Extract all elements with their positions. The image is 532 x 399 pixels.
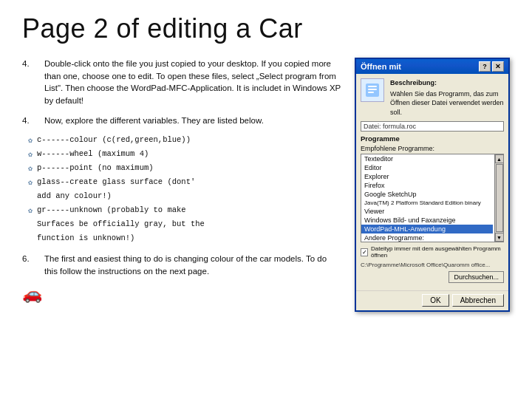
para-text-4b: Now, explore the different variables. Th…: [44, 115, 264, 127]
list-item-texteditor[interactable]: Texteditor: [361, 154, 493, 163]
para-num-4b: 4.: [22, 115, 38, 127]
para-text-4a: Double-click onto the file you just copi…: [44, 58, 341, 107]
svg-rect-1: [368, 86, 377, 87]
list-item-viewer[interactable]: Viewer: [361, 207, 493, 216]
dialog-box: Öffnen mit ? ✕: [355, 58, 510, 312]
list-item-sketchup[interactable]: Google SketchUp: [361, 190, 493, 199]
dialog-recommended-label: Empfohlene Programme:: [361, 145, 504, 152]
dialog-icon-row: Beschreibung: Wählen Sie das Programm, d…: [361, 78, 504, 117]
dialog-programs-label: Programme: [361, 134, 504, 143]
car-icon: 🚗: [22, 282, 341, 306]
dialog-desc-value: Wählen Sie das Programm, das zum Öffnen …: [390, 89, 504, 117]
code-text-1: c------colour (c(red,green,blue)): [37, 134, 191, 146]
dialog-checkbox-row: ✓ Dateityp immer mit dem ausgewählten Pr…: [361, 245, 504, 259]
dialog-checkbox-label: Dateityp immer mit dem ausgewählten Prog…: [371, 245, 504, 259]
dialog-checkbox[interactable]: ✓: [361, 248, 368, 256]
code-line-6: ✿ gr-----unknown (probably to make: [28, 204, 341, 217]
code-line-2: ✿ w------wheel (maximum 4): [28, 148, 341, 161]
code-line-7: ✿ Surfaces be officially gray, but the: [28, 218, 341, 231]
dialog-desc-text: Beschreibung: Wählen Sie das Programm, d…: [390, 78, 504, 117]
scroll-down-arrow[interactable]: ▼: [495, 233, 504, 242]
svg-rect-3: [368, 92, 374, 93]
code-block: ✿ c------colour (c(red,green,blue)) ✿ w-…: [28, 134, 341, 245]
dialog-listbox[interactable]: Texteditor Editor Explorer Firefox Googl…: [361, 154, 504, 242]
dialog-file-field: Datei: formula.roc: [361, 121, 504, 132]
dialog-body: Beschreibung: Wählen Sie das Programm, d…: [356, 74, 508, 290]
dialog-minimize-btn[interactable]: ?: [479, 61, 491, 72]
para-num-6: 6.: [22, 253, 38, 277]
dialog-desc-label: Beschreibung:: [390, 78, 504, 88]
code-text-7: Surfaces be officially gray, but the: [37, 218, 205, 231]
para-text-6: The first and easiest thing to do is cha…: [44, 253, 341, 277]
dialog-scrollbar[interactable]: ▲ ▼: [494, 154, 503, 242]
list-item-wordpad[interactable]: WordPad-MHL-Anwendung: [361, 225, 493, 233]
dialog-footer: OK Abbrechen: [356, 290, 508, 310]
left-column: 4. Double-click onto the file you just c…: [22, 58, 341, 312]
dialog-path: C:\Programme\Microsoft Office\Quaromm of…: [361, 262, 504, 268]
svg-rect-2: [368, 89, 377, 90]
code-line-5: ✿ add any colour!): [28, 190, 341, 203]
page-container: Page 2 of editing a Car 4. Double-click …: [0, 0, 532, 399]
dialog-titlebar: Öffnen mit ? ✕: [356, 59, 508, 74]
dialog-app-icon: [361, 78, 384, 102]
code-line-8: ✿ function is unknown!): [28, 232, 341, 245]
list-item-java[interactable]: Java(TM) 2 Platform Standard Edition bin…: [361, 199, 493, 207]
code-line-3: ✿ p------point (no maximum): [28, 162, 341, 175]
scroll-up-arrow[interactable]: ▲: [495, 154, 504, 163]
code-text-3: p------point (no maximum): [37, 162, 154, 174]
code-text-4: glass--create glass surface (dont': [37, 176, 195, 188]
paragraph-6: 6. The first and easiest thing to do is …: [22, 253, 341, 305]
paragraph-4a: 4. Double-click onto the file you just c…: [22, 58, 341, 107]
page-title: Page 2 of editing a Car: [22, 13, 510, 44]
list-item-andere[interactable]: Andere Programme:: [361, 233, 493, 242]
dialog-title-text: Öffnen mit: [361, 62, 401, 71]
content-area: 4. Double-click onto the file you just c…: [22, 58, 510, 312]
dialog-controls: ? ✕: [479, 61, 504, 72]
list-item-explorer[interactable]: Explorer: [361, 172, 493, 181]
code-bullet-4: ✿: [28, 177, 33, 189]
list-item-editor[interactable]: Editor: [361, 163, 493, 172]
list-item-firefox[interactable]: Firefox: [361, 181, 493, 190]
code-line-4: ✿ glass--create glass surface (dont': [28, 176, 341, 189]
cancel-button[interactable]: Abbrechen: [452, 294, 504, 307]
code-text-2: w------wheel (maximum 4): [37, 148, 149, 160]
code-bullet-2: ✿: [28, 149, 33, 161]
ok-button[interactable]: OK: [422, 294, 449, 307]
browse-button[interactable]: Durchsuchen...: [449, 271, 504, 283]
list-item-bildfax[interactable]: Windows Bild- und Faxanzeige: [361, 216, 493, 225]
code-text-5: add any colour!): [37, 190, 112, 202]
para-num-4a: 4.: [22, 58, 38, 107]
scroll-thumb[interactable]: [496, 164, 503, 232]
code-text-8: function is unknown!): [37, 232, 134, 245]
paragraph-4b: 4. Now, explore the different variables.…: [22, 115, 341, 127]
code-bullet-1: ✿: [28, 135, 33, 147]
code-bullet-3: ✿: [28, 163, 33, 175]
code-text-6: gr-----unknown (probably to make: [37, 204, 186, 216]
code-bullet-6: ✿: [28, 205, 33, 217]
right-column: Öffnen mit ? ✕: [355, 58, 510, 312]
code-line-1: ✿ c------colour (c(red,green,blue)): [28, 134, 341, 147]
dialog-close-btn[interactable]: ✕: [492, 61, 504, 72]
para6-inner: 6. The first and easiest thing to do is …: [22, 253, 341, 277]
